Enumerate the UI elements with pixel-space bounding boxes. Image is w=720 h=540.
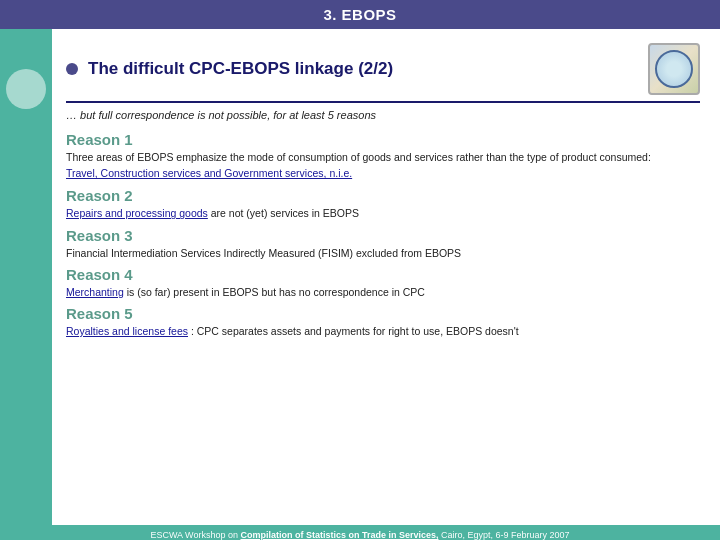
footer-prefix: ESCWA Workshop on [150,530,240,540]
bullet-icon [66,63,78,75]
reason2-title: Reason 2 [66,187,700,204]
un-logo [648,43,700,95]
slide-content: The difficult CPC-EBOPS linkage (2/2) … … [52,29,720,525]
reason5-body-text: : CPC separates assets and payments for … [191,325,519,337]
header-title: 3. EBOPS [323,6,396,23]
page-header: 3. EBOPS [0,0,720,29]
intro-text: … but full correspondence is not possibl… [66,109,700,121]
main-content: The difficult CPC-EBOPS linkage (2/2) … … [0,29,720,525]
reason5-links: Royalties and license fees [66,325,188,337]
reason4-links: Merchanting [66,286,124,298]
reason5-body: Royalties and license fees : CPC separat… [66,324,700,338]
reason2-body: Repairs and processing goods are not (ye… [66,206,700,220]
reason3-body: Financial Intermediation Services Indire… [66,246,700,260]
un-logo-inner [655,50,693,88]
left-sidebar [0,29,52,525]
slide-title-row: The difficult CPC-EBOPS linkage (2/2) [66,43,700,95]
sidebar-circle [6,69,46,109]
footer: ESCWA Workshop on Compilation of Statist… [0,525,720,540]
reason4-body-text: is (so far) present in EBOPS but has no … [127,286,425,298]
reason1-body: Three areas of EBOPS emphasize the mode … [66,150,700,164]
slide-title: The difficult CPC-EBOPS linkage (2/2) [88,59,648,79]
footer-highlight: Compilation of Statistics on Trade in Se… [240,530,438,540]
reason2-body-text: are not (yet) services in EBOPS [211,207,359,219]
reason1-links: Travel, Construction services and Govern… [66,166,700,180]
reason4-body: Merchanting is (so far) present in EBOPS… [66,285,700,299]
reason1-title: Reason 1 [66,131,700,148]
title-divider [66,101,700,103]
reason4-title: Reason 4 [66,266,700,283]
footer-suffix: Cairo, Egypt, 6-9 February 2007 [439,530,570,540]
reason3-title: Reason 3 [66,227,700,244]
reason5-title: Reason 5 [66,305,700,322]
reason2-links: Repairs and processing goods [66,207,208,219]
